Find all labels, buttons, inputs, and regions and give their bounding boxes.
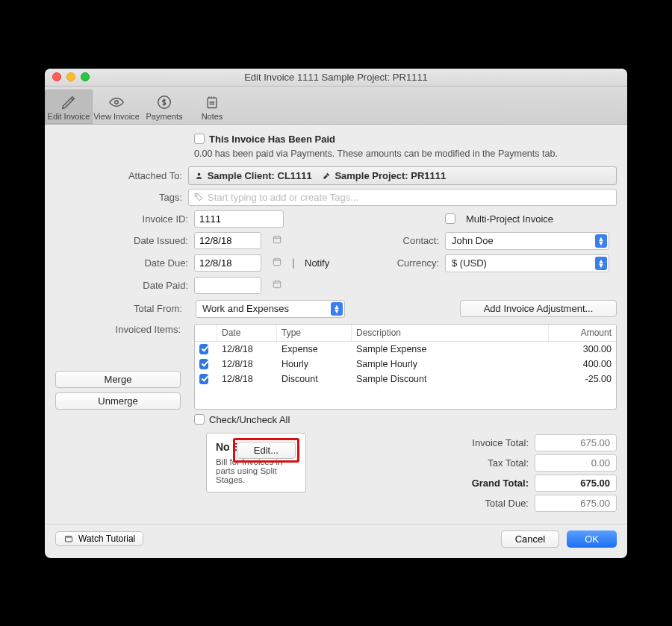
invoice-id-field[interactable] bbox=[194, 210, 284, 228]
cell-description: Sample Discount bbox=[352, 372, 549, 386]
date-issued-field[interactable] bbox=[194, 232, 261, 249]
multi-project-checkbox[interactable] bbox=[445, 213, 455, 224]
attached-to-label: Attached To: bbox=[55, 170, 188, 181]
cancel-button[interactable]: Cancel bbox=[501, 530, 559, 548]
add-adjustment-button[interactable]: Add Invoice Adjustment... bbox=[460, 300, 617, 317]
date-paid-field[interactable] bbox=[194, 277, 261, 294]
svg-rect-7 bbox=[273, 281, 280, 287]
tab-payments[interactable]: Payments bbox=[140, 90, 188, 124]
tags-placeholder: Start typing to add or create Tags... bbox=[208, 192, 358, 203]
currency-value: $ (USD) bbox=[452, 257, 487, 269]
currency-select[interactable]: $ (USD) ▲▼ bbox=[445, 254, 609, 272]
tags-input[interactable]: Start typing to add or create Tags... bbox=[188, 189, 617, 206]
cell-date: 12/8/18 bbox=[217, 372, 277, 386]
svg-point-3 bbox=[198, 172, 201, 175]
invoice-total-value: 675.00 bbox=[535, 434, 617, 451]
zoom-icon[interactable] bbox=[81, 72, 90, 81]
invoice-total-label: Invoice Total: bbox=[445, 437, 535, 448]
tab-label: Edit Invoice bbox=[45, 112, 93, 121]
table-row[interactable]: 12/8/18HourlySample Hourly400.00 bbox=[195, 357, 616, 372]
contact-select[interactable]: John Doe ▲▼ bbox=[445, 232, 609, 250]
invoiced-items-table: Date Type Description Amount 12/8/18Expe… bbox=[194, 324, 617, 410]
svg-point-0 bbox=[115, 100, 119, 104]
calendar-icon[interactable] bbox=[272, 279, 282, 292]
paid-label: This Invoice Has Been Paid bbox=[209, 134, 335, 145]
date-issued-label: Date Issued: bbox=[55, 235, 194, 246]
th-description[interactable]: Description bbox=[352, 325, 549, 341]
svg-rect-6 bbox=[273, 259, 280, 266]
invoiced-items-label: Invoiced Items: bbox=[55, 324, 181, 335]
tab-label: View Invoice bbox=[93, 112, 140, 121]
calendar-icon[interactable] bbox=[272, 257, 282, 269]
th-amount[interactable]: Amount bbox=[549, 325, 616, 341]
row-checkbox[interactable] bbox=[199, 374, 208, 384]
svg-rect-8 bbox=[66, 537, 72, 542]
multi-project-label: Multi-Project Invoice bbox=[466, 213, 553, 225]
svg-point-4 bbox=[196, 195, 196, 195]
row-checkbox[interactable] bbox=[199, 359, 208, 369]
titlebar: Edit Invoice 1111 Sample Project: PR1111 bbox=[45, 69, 627, 87]
split-edit-button[interactable]: Edit... bbox=[237, 442, 296, 459]
notify-checkbox[interactable] bbox=[293, 258, 294, 269]
tags-label: Tags: bbox=[55, 192, 188, 203]
paid-checkbox[interactable] bbox=[194, 134, 205, 144]
footer: Watch Tutorial Cancel OK bbox=[45, 524, 627, 558]
check-all-checkbox[interactable] bbox=[194, 414, 205, 425]
pencil-icon bbox=[45, 93, 93, 112]
ok-button[interactable]: OK bbox=[567, 530, 617, 548]
contact-value: John Doe bbox=[452, 235, 494, 246]
dollar-icon bbox=[140, 93, 188, 112]
tab-edit-invoice[interactable]: Edit Invoice bbox=[45, 90, 93, 124]
split-stages-box: No Split Stages Bill for Invoices in par… bbox=[206, 433, 306, 492]
window-title: Edit Invoice 1111 Sample Project: PR1111 bbox=[244, 72, 428, 83]
table-row[interactable]: 12/8/18ExpenseSample Expense300.00 bbox=[195, 342, 616, 357]
total-due-value: 675.00 bbox=[535, 495, 617, 512]
cell-type: Expense bbox=[277, 342, 352, 357]
tab-label: Notes bbox=[188, 112, 236, 121]
check-all-label: Check/Uncheck All bbox=[209, 414, 290, 425]
grand-total-label: Grand Total: bbox=[445, 478, 535, 489]
th-type[interactable]: Type bbox=[277, 325, 352, 341]
hammer-icon bbox=[323, 172, 331, 180]
watch-tutorial-button[interactable]: Watch Tutorial bbox=[55, 531, 143, 546]
edit-highlight: Edit... bbox=[233, 438, 299, 463]
date-due-label: Date Due: bbox=[55, 257, 194, 269]
cell-description: Sample Expense bbox=[352, 342, 549, 357]
cell-date: 12/8/18 bbox=[217, 357, 277, 372]
tax-total-label: Tax Total: bbox=[445, 457, 535, 469]
total-from-label: Total From: bbox=[55, 303, 188, 314]
currency-label: Currency: bbox=[385, 257, 445, 269]
tab-notes[interactable]: Notes bbox=[188, 90, 236, 124]
eye-icon bbox=[93, 93, 140, 112]
watch-label: Watch Tutorial bbox=[78, 533, 135, 544]
updown-icon: ▲▼ bbox=[595, 234, 607, 248]
cell-description: Sample Hourly bbox=[352, 357, 549, 372]
invoice-id-label: Invoice ID: bbox=[55, 213, 194, 225]
invoice-window: Edit Invoice 1111 Sample Project: PR1111… bbox=[45, 69, 627, 558]
total-from-select[interactable]: Work and Expenses ▲▼ bbox=[196, 300, 345, 318]
tax-total-value: 0.00 bbox=[535, 454, 617, 472]
notes-icon bbox=[188, 93, 236, 112]
cell-type: Hourly bbox=[277, 357, 352, 372]
person-icon bbox=[195, 172, 203, 180]
close-icon[interactable] bbox=[52, 72, 61, 81]
calendar-icon[interactable] bbox=[272, 234, 282, 247]
merge-button[interactable]: Merge bbox=[55, 371, 181, 388]
tab-view-invoice[interactable]: View Invoice bbox=[93, 90, 140, 124]
unmerge-button[interactable]: Unmerge bbox=[55, 392, 181, 410]
svg-rect-2 bbox=[208, 98, 217, 107]
table-row[interactable]: 12/8/18DiscountSample Discount-25.00 bbox=[195, 372, 616, 386]
clapper-icon bbox=[63, 534, 74, 543]
tag-icon bbox=[193, 193, 203, 202]
cell-type: Discount bbox=[277, 372, 352, 386]
attached-to-box[interactable]: Sample Client: CL1111 Sample Project: PR… bbox=[188, 166, 617, 185]
cell-date: 12/8/18 bbox=[217, 342, 277, 357]
date-due-field[interactable] bbox=[194, 254, 261, 272]
attached-project: Sample Project: PR1111 bbox=[323, 170, 446, 181]
grand-total-value: 675.00 bbox=[535, 475, 617, 492]
minimize-icon[interactable] bbox=[66, 72, 75, 81]
attached-client: Sample Client: CL1111 bbox=[195, 170, 312, 181]
th-date[interactable]: Date bbox=[217, 325, 277, 341]
tab-label: Payments bbox=[140, 112, 188, 121]
row-checkbox[interactable] bbox=[199, 344, 208, 354]
